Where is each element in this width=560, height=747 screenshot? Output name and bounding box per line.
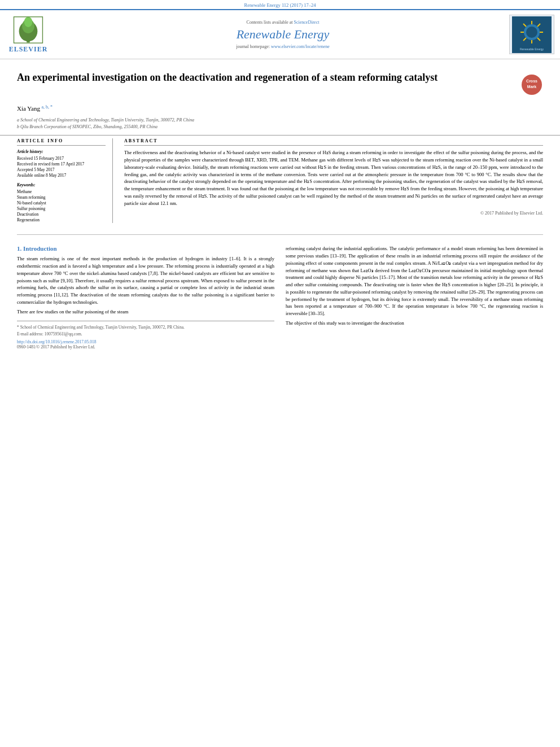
author-name: Xia Yang [17,105,40,112]
abstract-text: The effectiveness and the deactivating b… [124,149,543,217]
intro-paragraph-right-2: The objective of this study was to inves… [286,320,543,327]
footnote-star: * School of Chemical Engineering and Tec… [17,324,274,330]
journal-header: ELSEVIER Contents lists available at Sci… [0,9,560,59]
available-date: Available online 8 May 2017 [17,173,106,178]
section1-title: 1. Introduction [17,245,274,252]
keyword-3: Ni-based catalyst [17,200,106,206]
article-info-label: ARTICLE INFO [17,138,106,146]
copyright-line: © 2017 Published by Elsevier Ltd. [124,210,543,217]
svg-point-3 [24,16,33,27]
affiliation-b: b Qilu Branch Corporation of SINOPEC, Zi… [17,124,543,130]
elsevier-tree-icon [11,16,45,44]
doi-line[interactable]: http://dx.doi.org/10.1016/j.renene.2017.… [17,339,274,344]
abstract-column: ABSTRACT The effectiveness and the deact… [124,138,543,223]
issn-line: 0960-1481/© 2017 Published by Elsevier L… [17,344,274,350]
abstract-label: ABSTRACT [124,138,543,146]
keyword-4: Sulfur poisoning [17,206,106,211]
keyword-2: Steam reforming [17,195,106,200]
body-columns: 1. Introduction The steam reforming is o… [0,241,560,354]
svg-text:Mark: Mark [527,85,536,89]
sciencedirect-link[interactable]: ScienceDirect [294,20,320,25]
body-left-text: The steam reforming is one of the most i… [17,255,274,315]
journal-homepage-link[interactable]: www.elsevier.com/locate/renene [271,44,330,49]
received-revised-date: Received in revised form 17 April 2017 [17,161,106,167]
renewable-energy-logo-icon: Renewable Energy [512,16,552,53]
history-label: Article history: [17,149,106,154]
intro-paragraph-right-1: reforming catalyst during the industrial… [286,245,543,317]
article-title: An experimental investigation on the dea… [17,71,520,85]
page-wrapper: Renewable Energy 112 (2017) 17–24 ELSEVI… [0,0,560,354]
header-center: Contents lists available at ScienceDirec… [56,20,509,49]
contents-available-text: Contents lists available at ScienceDirec… [56,20,509,25]
keyword-5: Deactivation [17,212,106,217]
intro-paragraph-2: There are few studies on the sulfur pois… [17,308,274,316]
svg-text:Renewable Energy: Renewable Energy [520,47,544,51]
svg-point-7 [526,27,537,38]
intro-paragraph-1: The steam reforming is one of the most i… [17,255,274,305]
journal-logo-right: Renewable Energy [509,15,554,54]
abstract-paragraph: The effectiveness and the deactivating b… [124,149,543,207]
article-title-section: An experimental investigation on the dea… [0,59,560,102]
affiliation-a: a School of Chemical Engineering and Tec… [17,117,543,124]
received-date: Received 15 February 2017 [17,156,106,161]
article-info-column: ARTICLE INFO Article history: Received 1… [17,138,113,223]
journal-name-heading: Renewable Energy [56,27,509,42]
keyword-6: Regeneration [17,217,106,222]
body-right-column: reforming catalyst during the industrial… [286,245,543,350]
journal-homepage-line: journal homepage: www.elsevier.com/locat… [56,44,509,49]
footnote-email: E-mail address: 100759561l@qq.com. [17,331,274,337]
svg-text:Cross: Cross [526,79,537,83]
journal-ref-text: Renewable Energy 112 (2017) 17–24 [244,2,316,8]
footnote-section: * School of Chemical Engineering and Tec… [17,321,274,350]
author-line: Xia Yang a, b, * [0,102,560,115]
body-left-column: 1. Introduction The steam reforming is o… [17,245,274,350]
elsevier-logo: ELSEVIER [6,16,51,54]
affiliations-section: a School of Chemical Engineering and Tec… [0,115,560,135]
crossmark-icon: Cross Mark [520,73,543,96]
journal-reference-bar: Renewable Energy 112 (2017) 17–24 [0,0,560,9]
keywords-section: Keywords: Methane Steam reforming Ni-bas… [17,182,106,222]
info-abstract-columns: ARTICLE INFO Article history: Received 1… [0,135,560,229]
accepted-date: Accepted 5 May 2017 [17,167,106,172]
keyword-1: Methane [17,189,106,194]
elsevier-brand-text: ELSEVIER [9,45,48,54]
keywords-label: Keywords: [17,182,106,187]
body-right-text: reforming catalyst during the industrial… [286,245,543,326]
section-divider [17,234,543,235]
author-affiliations-sup: a, b, * [41,104,53,110]
